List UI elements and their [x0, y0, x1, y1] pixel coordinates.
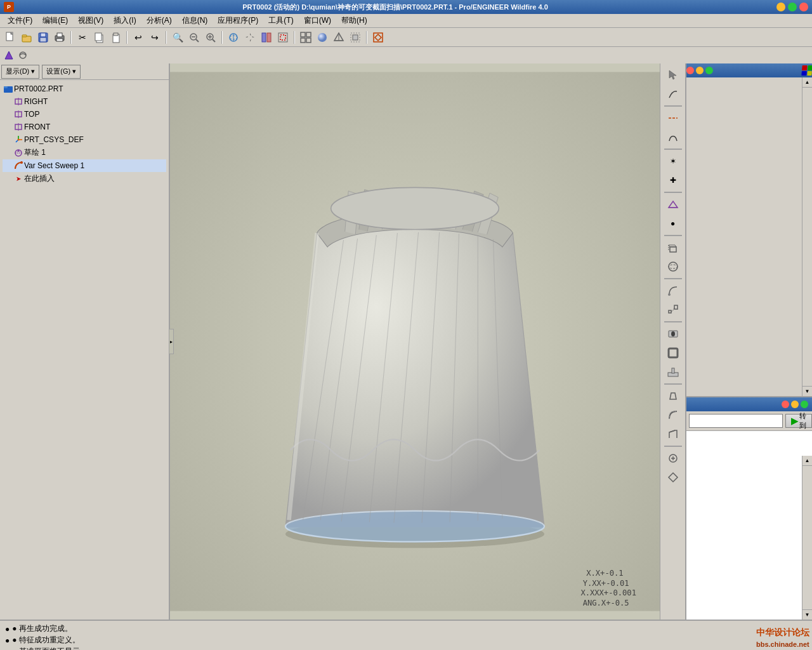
svg-point-57: [18, 139, 20, 141]
hidden-btn[interactable]: [348, 30, 363, 45]
goto-button[interactable]: ▶ 转到: [785, 414, 812, 428]
svg-text:Y.XX+-0.01: Y.XX+-0.01: [583, 579, 629, 588]
tree-front[interactable]: FRONT: [3, 121, 166, 133]
rt-blend-btn[interactable]: [664, 301, 683, 319]
3d-viewport[interactable]: X.X+-0.1 Y.XX+-0.01 X.XXX+-0.001 ANG.X+-…: [170, 63, 660, 620]
tree-root[interactable]: PRT0002.PRT: [3, 83, 166, 95]
settings-dropdown[interactable]: 设置(G) ▾: [42, 65, 81, 79]
rt-select-btn[interactable]: [664, 66, 683, 84]
rotate-btn[interactable]: [226, 30, 241, 45]
menu-app[interactable]: 应用程序(P): [213, 14, 263, 27]
tree-insert[interactable]: ➤ 在此插入: [3, 172, 166, 185]
menu-view[interactable]: 视图(V): [73, 14, 108, 27]
paste-btn[interactable]: [108, 30, 123, 45]
rt-sketch-btn[interactable]: [664, 85, 683, 103]
svg-rect-5: [41, 33, 46, 37]
tree-csys[interactable]: PRT_CSYS_DEF: [3, 133, 166, 146]
rt-revolve-btn[interactable]: [664, 258, 683, 275]
fr-b-max-btn[interactable]: [801, 401, 808, 408]
datum-btn[interactable]: [3, 49, 15, 62]
zoom2-btn[interactable]: [187, 30, 202, 45]
rt-sep1: [664, 105, 682, 107]
fr-b-close-btn[interactable]: [782, 401, 789, 408]
cut-btn[interactable]: ✂: [75, 30, 90, 45]
fr-min-btn[interactable]: [696, 67, 704, 74]
svg-marker-25: [250, 38, 251, 42]
tree-right[interactable]: RIGHT: [3, 95, 166, 108]
spin-btn[interactable]: [16, 49, 29, 62]
menu-insert[interactable]: 插入(I): [108, 14, 141, 27]
panel-collapse-handle[interactable]: ▸: [169, 329, 174, 354]
rt-round-btn[interactable]: [664, 406, 683, 424]
rt-misc1-btn[interactable]: [664, 449, 683, 467]
menu-analysis[interactable]: 分析(A): [141, 14, 177, 27]
refit-btn[interactable]: [370, 30, 386, 45]
rt-shell-btn[interactable]: [664, 344, 683, 362]
rt-csys2-btn[interactable]: ✚: [664, 171, 683, 189]
close-button[interactable]: [799, 3, 808, 11]
maximize-button[interactable]: [788, 3, 797, 11]
right-label: RIGHT: [24, 97, 48, 106]
tree-sweep1[interactable]: Var Sect Sweep 1: [3, 159, 166, 172]
open-btn[interactable]: [19, 30, 34, 45]
svg-marker-85: [669, 245, 676, 247]
shade-btn[interactable]: [315, 30, 330, 45]
flip-btn[interactable]: [259, 30, 274, 45]
svg-rect-28: [262, 33, 266, 42]
tree-sketch1[interactable]: 草绘 1: [3, 146, 166, 159]
root-icon: [3, 84, 14, 94]
rt-rib-btn[interactable]: [664, 363, 683, 381]
zoom-btn[interactable]: 🔍: [170, 30, 185, 45]
menu-file[interactable]: 文件(F): [3, 14, 37, 27]
fr-scrollbar[interactable]: ▲ ▼: [802, 77, 812, 396]
tree-top[interactable]: TOP: [3, 108, 166, 121]
copy-btn[interactable]: [91, 30, 107, 45]
wire-btn[interactable]: [331, 30, 346, 45]
view-btn[interactable]: [298, 30, 313, 45]
far-right-scroll[interactable]: [686, 431, 812, 620]
fr-bottom-win-controls: [782, 401, 808, 408]
fr-b-min-btn[interactable]: [791, 401, 799, 408]
fr-b-scrollbar[interactable]: ▲ ▼: [802, 456, 812, 620]
goto-input[interactable]: [689, 414, 783, 428]
display-dropdown[interactable]: 显示(D) ▾: [1, 65, 39, 79]
new-btn[interactable]: [3, 30, 18, 45]
zoom4-btn[interactable]: [275, 30, 291, 45]
menu-help[interactable]: 帮助(H): [336, 14, 372, 27]
titlebar: P PRT0002 (活动的) D:\qumian\神奇的可变截面扫描\PRT0…: [0, 0, 812, 14]
svg-point-36: [318, 33, 327, 42]
feature-icon: [13, 161, 24, 171]
rt-hole-btn[interactable]: [664, 325, 683, 343]
print-btn[interactable]: [52, 30, 67, 45]
rt-plane-btn[interactable]: [664, 196, 683, 213]
status-bullet-2: ●: [5, 636, 10, 645]
far-right-bottom-title: [686, 397, 812, 411]
rt-misc2-btn[interactable]: [664, 468, 683, 486]
undo-btn[interactable]: ↩: [131, 30, 146, 45]
root-label: PRT0002.PRT: [14, 84, 63, 93]
redo-btn[interactable]: ↪: [147, 30, 162, 45]
rt-datum-btn[interactable]: [664, 109, 683, 127]
save-btn[interactable]: [36, 30, 51, 45]
rt-draft-btn[interactable]: [664, 387, 683, 405]
fr-max-btn[interactable]: [705, 67, 713, 74]
rt-point-btn[interactable]: ●: [664, 215, 683, 232]
rt-axis-btn[interactable]: ✶: [664, 152, 683, 170]
svg-rect-32: [301, 32, 305, 37]
zoom3-btn[interactable]: [203, 30, 218, 45]
svg-marker-26: [246, 36, 249, 37]
menu-window[interactable]: 窗口(W): [299, 14, 336, 27]
status-bullet-3: ●: [5, 647, 10, 651]
rt-sweep-btn[interactable]: [664, 282, 683, 300]
menu-tools[interactable]: 工具(T): [263, 14, 298, 27]
svg-point-45: [20, 52, 26, 58]
menu-info[interactable]: 信息(N): [177, 14, 213, 27]
rt-extrude-btn[interactable]: [664, 239, 683, 256]
rt-curve-btn[interactable]: [664, 128, 683, 146]
minimize-button[interactable]: [776, 3, 785, 11]
rt-chamfer-btn[interactable]: [664, 425, 683, 443]
menu-edit[interactable]: 编辑(E): [37, 14, 73, 27]
svg-marker-27: [251, 36, 254, 37]
pan-btn[interactable]: [242, 30, 258, 45]
fr-close-btn[interactable]: [686, 67, 694, 74]
